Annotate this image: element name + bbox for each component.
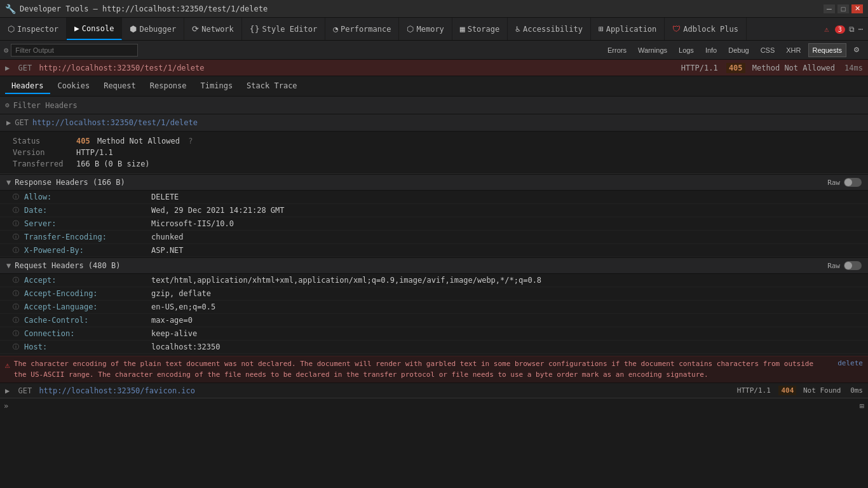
- tab-application[interactable]: ⊞ Application: [591, 18, 665, 40]
- request-header-accept: ⓘ Accept: text/html,application/xhtml+xm…: [0, 274, 868, 287]
- raw-label-response: Raw: [827, 179, 840, 187]
- tab-console[interactable]: ▶ Console: [67, 18, 122, 40]
- version-row: Version HTTP/1.1: [13, 147, 855, 158]
- title-bar: 🔧 Developer Tools — http://localhost:323…: [0, 0, 868, 18]
- response-header-server: ⓘ Server: Microsoft-IIS/10.0: [0, 217, 868, 231]
- network-row-url: http://localhost:32350/test/1/delete: [39, 64, 204, 72]
- tab-style-editor[interactable]: {} Style Editor: [242, 18, 325, 40]
- req-header-val-4: keep-alive: [151, 329, 855, 338]
- maximize-button[interactable]: □: [837, 4, 849, 13]
- info-icon-host[interactable]: ⓘ: [13, 342, 19, 351]
- request-headers-section-header[interactable]: ▼ Request Headers (480 B) Raw: [0, 257, 868, 274]
- response-header-transfer-encoding: ⓘ Transfer-Encoding: chunked: [0, 231, 868, 244]
- tab-storage[interactable]: ▦ Storage: [452, 18, 508, 40]
- info-button[interactable]: Info: [701, 43, 721, 57]
- requests-button[interactable]: Requests: [808, 43, 846, 57]
- favicon-method: GET: [18, 386, 32, 395]
- info-icon-allow[interactable]: ⓘ: [13, 193, 19, 201]
- error-icon: ⚠: [5, 360, 10, 370]
- request-header-cache-control: ⓘ Cache-Control: max-age=0: [0, 314, 868, 327]
- info-icon-cache[interactable]: ⓘ: [13, 316, 19, 325]
- status-text: Method Not Allowed: [97, 137, 180, 146]
- response-headers-section-header[interactable]: ▼ Response Headers (166 B) Raw: [0, 174, 868, 191]
- favicon-row[interactable]: ▶ GET http://localhost:32350/favicon.ico…: [0, 383, 868, 398]
- css-button[interactable]: CSS: [756, 43, 780, 57]
- favicon-time: 0ms: [850, 386, 863, 395]
- dock-icon[interactable]: ⊞: [860, 402, 864, 410]
- minimize-button[interactable]: ─: [824, 4, 835, 13]
- info-icon-accept-enc[interactable]: ⓘ: [13, 289, 19, 298]
- tab-debugger-label: Debugger: [139, 25, 176, 34]
- application-icon: ⊞: [599, 24, 604, 34]
- memory-icon: ⬡: [407, 24, 414, 34]
- info-icon-server[interactable]: ⓘ: [13, 219, 19, 228]
- info-icon-transfer[interactable]: ⓘ: [13, 233, 19, 241]
- header-value-allow: DELETE: [151, 193, 855, 201]
- raw-switch-response[interactable]: [844, 178, 862, 187]
- errors-button[interactable]: Errors: [603, 43, 631, 57]
- info-icon-connection[interactable]: ⓘ: [13, 329, 19, 338]
- console-icon: ▶: [74, 24, 79, 33]
- tab-debugger[interactable]: ⬢ Debugger: [122, 18, 184, 40]
- request-header-sec-fetch-dest: ⓘ Sec-Fetch-Dest: document: [0, 354, 868, 356]
- tab-application-label: Application: [606, 25, 656, 34]
- network-request-row[interactable]: ▶ GET http://localhost:32350/test/1/dele…: [0, 60, 868, 76]
- network-row-status-text: Method Not Allowed: [752, 64, 835, 72]
- more-menu-button[interactable]: ⋯: [858, 25, 863, 34]
- favicon-row-left: ▶ GET http://localhost:32350/favicon.ico: [5, 386, 195, 395]
- request-url-section[interactable]: ▶ GET http://localhost:32350/test/1/dele…: [0, 114, 868, 132]
- console-input[interactable]: [11, 402, 855, 410]
- tab-adblock-label: Adblock Plus: [683, 25, 738, 34]
- sub-tab-cookies[interactable]: Cookies: [51, 79, 97, 94]
- sub-tab-timings[interactable]: Timings: [194, 79, 240, 94]
- tab-memory-label: Memory: [416, 25, 444, 34]
- xhr-button[interactable]: XHR: [782, 43, 805, 57]
- req-header-key-5: Host:: [24, 342, 151, 351]
- info-icon-accept-lang[interactable]: ⓘ: [13, 302, 19, 311]
- logs-button[interactable]: Logs: [674, 43, 698, 57]
- expand-icon[interactable]: »: [4, 402, 8, 410]
- info-icon-date[interactable]: ⓘ: [13, 206, 19, 215]
- sub-tab-response[interactable]: Response: [144, 79, 193, 94]
- favicon-protocol: HTTP/1.1: [737, 386, 771, 395]
- tab-memory[interactable]: ⬡ Memory: [399, 18, 452, 40]
- status-help-icon[interactable]: ?: [188, 137, 193, 146]
- debug-button[interactable]: Debug: [724, 43, 753, 57]
- header-key-allow: Allow:: [24, 193, 151, 201]
- request-header-accept-language: ⓘ Accept-Language: en-US,en;q=0.5: [0, 301, 868, 314]
- tab-accessibility[interactable]: ♿ Accessibility: [508, 18, 591, 40]
- dock-button[interactable]: ⧉: [849, 25, 855, 34]
- tab-inspector[interactable]: ⬡ Inspector: [0, 18, 67, 40]
- network-row-left: ▶ GET http://localhost:32350/test/1/dele…: [5, 64, 204, 72]
- request-url: http://localhost:32350/test/1/delete: [32, 118, 198, 127]
- sub-tab-headers[interactable]: Headers: [5, 79, 50, 94]
- favicon-status: HTTP/1.1 404 Not Found 0ms: [737, 386, 863, 395]
- title-bar-title: Developer Tools — http://localhost:32350…: [20, 4, 268, 13]
- raw-knob-request: [844, 262, 852, 269]
- settings-button[interactable]: ⚙: [849, 43, 864, 57]
- raw-toggle-response: Raw: [827, 178, 862, 187]
- sub-tab-request[interactable]: Request: [97, 79, 142, 94]
- close-button[interactable]: ✕: [851, 4, 863, 13]
- filter-output-input[interactable]: [11, 44, 138, 57]
- raw-toggle-request: Raw: [827, 261, 862, 270]
- req-header-val-0: text/html,application/xhtml+xml,applicat…: [151, 276, 855, 285]
- url-arrow[interactable]: ▶: [6, 118, 11, 127]
- sub-tab-stack-trace[interactable]: Stack Trace: [240, 79, 303, 94]
- tab-performance[interactable]: ◔ Performance: [325, 18, 399, 40]
- info-icon-x-powered[interactable]: ⓘ: [13, 246, 19, 255]
- tab-extras: ⚠ 3 ⧉ ⋯: [824, 25, 868, 34]
- header-key-transfer: Transfer-Encoding:: [24, 233, 151, 241]
- delete-link[interactable]: delete: [837, 359, 863, 367]
- raw-switch-request[interactable]: [844, 261, 862, 270]
- req-header-val-3: max-age=0: [151, 316, 855, 325]
- network-row-arrow: ▶: [5, 64, 10, 72]
- info-icon-accept[interactable]: ⓘ: [13, 276, 19, 285]
- tab-adblock[interactable]: 🛡 Adblock Plus: [665, 18, 747, 40]
- request-info-section: Status 405 Method Not Allowed ? Version …: [0, 132, 868, 174]
- network-row-status: HTTP/1.1 405 Method Not Allowed 14ms: [681, 64, 863, 72]
- warnings-button[interactable]: Warnings: [634, 43, 672, 57]
- tab-network[interactable]: ⟳ Network: [184, 18, 242, 40]
- req-header-key-3: Cache-Control:: [24, 316, 151, 325]
- response-header-items: ⓘ Allow: DELETE ⓘ Date: Wed, 29 Dec 2021…: [0, 191, 868, 257]
